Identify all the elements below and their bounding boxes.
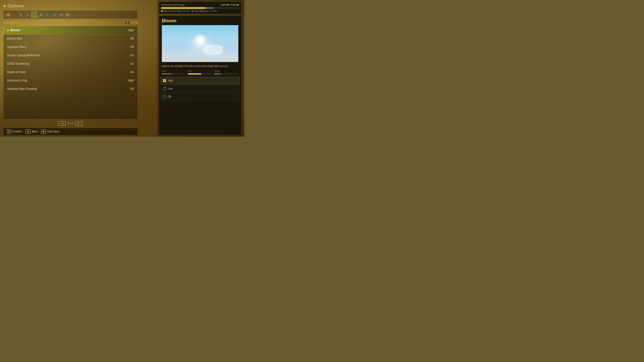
bottom-bar: F Confirm ⊙ Back R Sub-menu <box>3 128 138 135</box>
cpu-label: CPU <box>162 70 186 72</box>
clear-filter-button[interactable]: X <box>124 21 130 25</box>
setting-value-motion-blur: Off <box>120 37 134 40</box>
spacer <box>141 0 157 137</box>
nav-tabs: « Q ⚔ 🔧 🖥 🎮 🔊 👤 🌐 ⌨ E » <box>3 10 138 19</box>
vram-title: Estimated VRAM Usage <box>161 3 185 6</box>
vram-total: 7.84 GB <box>231 3 239 6</box>
vram-detail-bar-fill <box>214 73 221 75</box>
checkbox-high <box>163 79 166 82</box>
title-dot <box>3 5 6 7</box>
nav-tab-graphics[interactable]: 🎮 <box>31 12 37 18</box>
nav-tab-tools[interactable]: 🔧 <box>18 12 24 18</box>
vram-section: Estimated VRAM Usage 5.22 GB / 7.84 GB M… <box>159 2 242 14</box>
nav-tab-keybinds[interactable]: ⌨ <box>58 12 64 18</box>
checkbox-off <box>163 95 166 98</box>
filter-bar: ⚙ Graphics X ▼ All <box>3 21 138 25</box>
vram-detail-bar-bg <box>214 73 238 75</box>
choice-label-low: Low <box>168 87 172 90</box>
settings-list: Bloom High Motion Blur Off Vignette Effe… <box>3 26 138 119</box>
page-right-arrow: » <box>79 122 81 125</box>
page-left-key: A <box>62 122 64 125</box>
right-arrow-symbol: » <box>70 13 71 16</box>
nav-tab-display[interactable]: 🖥 <box>24 12 30 18</box>
confirm-label: Confirm <box>12 130 22 133</box>
setting-row-motion-blur[interactable]: Motion Blur Off <box>4 34 137 43</box>
mhw-label: Monster Hunter Wilds <box>164 10 182 12</box>
preview-clouds <box>203 44 223 55</box>
vram-current: 5.22 GB / <box>221 3 230 6</box>
vram-detail-label: VRAM <box>214 70 238 72</box>
vram-numbers: 5.22 GB / 7.84 GB <box>221 3 239 6</box>
options-choices: High Low Off <box>159 77 241 135</box>
submenu-action[interactable]: R Sub-menu <box>41 129 59 134</box>
back-action[interactable]: ⊙ Back <box>25 129 38 134</box>
setting-row-vol-fog[interactable]: Volumetric Fog High <box>4 76 137 85</box>
other-value: 0.75 GB <box>210 10 217 12</box>
setting-name-dof: Depth of Field <box>7 70 120 74</box>
setting-value-ssr: On <box>120 54 134 57</box>
page-indicator: « A 3 / 3 D » <box>3 119 138 128</box>
choice-label-high: High <box>168 79 173 82</box>
gear-icon: ⚙ <box>3 21 6 24</box>
active-indicator <box>7 29 9 31</box>
vram-legend: Monster Hunter Wilds 4.47 GB Other Appli… <box>161 10 239 12</box>
all-label: All <box>134 21 138 24</box>
left-arrow-symbol: « <box>5 13 6 16</box>
vram-bar-mhw <box>161 7 206 9</box>
setting-name-ssr: Screen Space Reflection <box>7 54 120 57</box>
mhw-value: 4.47 GB <box>182 10 189 12</box>
setting-value-dof: On <box>120 70 134 74</box>
setting-row-ssr[interactable]: Screen Space Reflection On <box>4 51 137 60</box>
setting-row-vrs[interactable]: Variable Rate Shading Off <box>4 85 137 93</box>
confirm-key: F <box>7 129 12 134</box>
choice-off[interactable]: Off <box>160 93 240 100</box>
filter-icon: ▼ <box>131 21 134 24</box>
preview-sun <box>193 33 207 46</box>
setting-value-vol-fog: High <box>120 79 134 82</box>
legend-dot-mhw <box>161 10 163 12</box>
gpu-impact: GPU <box>188 70 212 75</box>
detail-panel: Bloom Adjusts the strength of the blur p… <box>159 15 242 135</box>
setting-value-vrs: Off <box>120 87 134 91</box>
x-label: X <box>126 21 128 24</box>
setting-name-ssss: SSSS Scattering <box>7 62 120 65</box>
other-label: Other Applications <box>194 10 209 12</box>
checkbox-low <box>163 87 166 90</box>
vram-header: Estimated VRAM Usage 5.22 GB / 7.84 GB <box>161 3 239 6</box>
detail-preview <box>162 25 238 62</box>
cpu-bar-fill <box>162 73 172 75</box>
nav-tab-player[interactable]: 👤 <box>44 12 51 18</box>
vram-bar <box>161 7 239 9</box>
setting-row-bloom[interactable]: Bloom High <box>4 26 137 34</box>
page-prev-button[interactable]: « A <box>58 121 66 126</box>
vram-impact: VRAM <box>214 70 238 75</box>
nav-tab-combat[interactable]: ⚔ <box>11 12 17 18</box>
gpu-bar-fill <box>188 73 201 75</box>
back-key: ⊙ <box>25 129 31 134</box>
nav-left-arrow[interactable]: « Q <box>5 13 10 16</box>
page-numbers: 3 / 3 <box>68 122 73 125</box>
filter-all[interactable]: ▼ All <box>131 21 138 24</box>
setting-value-vignette: Off <box>120 45 134 49</box>
nav-tab-audio[interactable]: 🔊 <box>38 12 44 18</box>
nav-right-arrow[interactable]: E » <box>66 13 71 16</box>
setting-row-ssss[interactable]: SSSS Scattering On <box>4 60 137 68</box>
page-next-button[interactable]: D » <box>75 121 83 126</box>
setting-value-bloom: High <box>120 28 134 32</box>
choice-low[interactable]: Low <box>160 85 240 92</box>
page-left-arrow: « <box>60 122 62 125</box>
options-title: Options <box>3 3 138 8</box>
nav-tab-network[interactable]: 🌐 <box>51 12 57 18</box>
setting-name-motion-blur: Motion Blur <box>7 37 120 40</box>
cpu-impact: CPU <box>162 70 186 75</box>
setting-value-ssss: On <box>120 62 134 65</box>
left-key-badge: Q <box>6 13 10 16</box>
choice-high[interactable]: High <box>160 77 240 84</box>
setting-row-vignette[interactable]: Vignette Effect Off <box>4 43 137 51</box>
setting-row-dof[interactable]: Depth of Field On <box>4 68 137 76</box>
confirm-action[interactable]: F Confirm <box>7 129 22 134</box>
detail-title: Bloom <box>159 16 241 25</box>
filter-label: ⚙ Graphics <box>3 21 20 24</box>
gpu-bar-bg <box>188 73 212 75</box>
legend-dot-other <box>192 10 193 12</box>
